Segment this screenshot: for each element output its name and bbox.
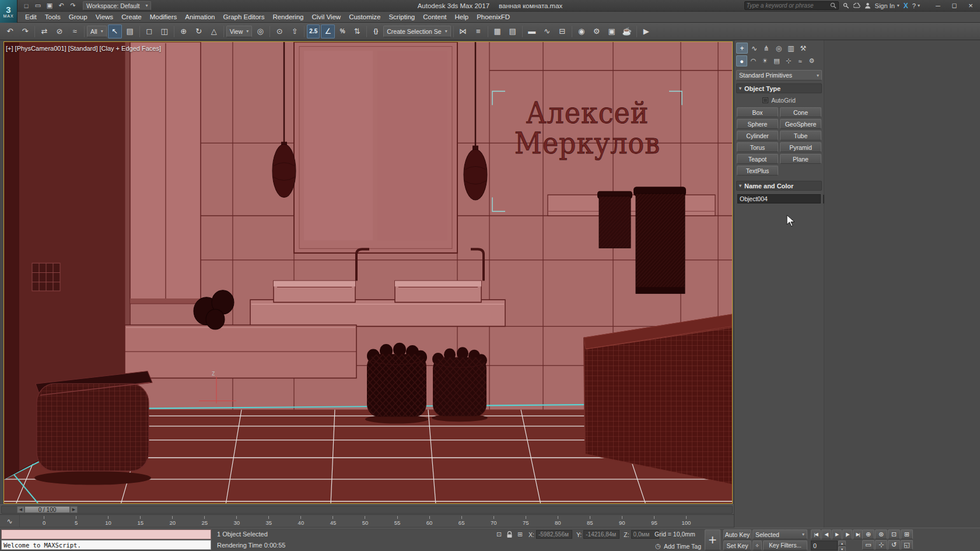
restore-button[interactable]: ◻ bbox=[946, 0, 963, 11]
tab-motion[interactable]: ◎ bbox=[773, 43, 785, 54]
help-menu[interactable]: ? ▾ bbox=[912, 2, 920, 9]
auto-key-button[interactable]: Auto Key bbox=[723, 529, 751, 539]
selection-filter-dropdown[interactable]: All ▾ bbox=[87, 26, 107, 37]
redo-qat-button[interactable]: ↷ bbox=[68, 1, 78, 10]
open-file-button[interactable]: ▭ bbox=[33, 1, 43, 10]
macro-recorder-field[interactable] bbox=[1, 529, 211, 539]
toggle-ribbon-button[interactable]: ▬ ▾ bbox=[525, 24, 539, 38]
set-keys-icon-button[interactable]: ✧ bbox=[752, 541, 762, 550]
play-button[interactable]: ▶ bbox=[832, 529, 842, 539]
select-and-link-button[interactable]: ⇄ ▾ bbox=[37, 24, 51, 38]
toggle-scene-explorer-button[interactable]: ▦ ▾ bbox=[491, 24, 505, 38]
curve-editor-button[interactable]: ∿ ▾ bbox=[540, 24, 554, 38]
object-type-button[interactable]: Plane bbox=[780, 154, 821, 164]
subtab-shapes[interactable]: ◠ bbox=[748, 55, 759, 66]
sign-in-dropdown[interactable]: Sign In ▾ bbox=[875, 2, 900, 9]
render-production-button[interactable]: ☕ ▾ bbox=[620, 24, 634, 38]
viewport-label[interactable]: [+] [PhysCamera001] [Standard] [Clay + E… bbox=[6, 45, 161, 52]
subtab-systems[interactable]: ⚙ bbox=[806, 55, 817, 66]
timeline-tick[interactable]: 30 bbox=[220, 515, 253, 527]
object-type-button[interactable]: Box bbox=[737, 107, 778, 117]
zoom-all-button[interactable]: ⊛ bbox=[875, 529, 887, 539]
time-slider-label[interactable]: 0 / 100 bbox=[24, 506, 70, 513]
zoom-region-button[interactable]: ▭ bbox=[862, 540, 874, 550]
subtab-helpers[interactable]: ⊹ bbox=[783, 55, 794, 66]
object-type-button[interactable]: GeoSphere bbox=[780, 119, 821, 129]
rectangular-selection-button[interactable]: ◻ ▾ bbox=[142, 24, 156, 38]
animation-set-dropdown[interactable]: Selected ▾ bbox=[752, 529, 807, 539]
primitive-category-dropdown[interactable]: Standard Primitives ▾ bbox=[736, 70, 822, 80]
frame-spin-up-button[interactable]: ▴ bbox=[838, 541, 846, 546]
menu-item[interactable]: Modifiers bbox=[146, 12, 181, 23]
menu-item[interactable]: Rendering bbox=[268, 12, 307, 23]
material-editor-button[interactable]: ◉ ▾ bbox=[575, 24, 589, 38]
bind-to-space-warp-button[interactable]: ≈ ▾ bbox=[68, 24, 82, 38]
help-search-box[interactable] bbox=[744, 1, 839, 10]
isolate-selection-icon[interactable]: ⊡ bbox=[495, 530, 503, 539]
save-file-button[interactable]: ▣ bbox=[44, 1, 55, 10]
maximize-viewport-toggle[interactable]: ◱ bbox=[901, 540, 913, 550]
current-frame-field[interactable] bbox=[811, 541, 838, 550]
key-filters-button[interactable]: Key Filters... bbox=[763, 541, 807, 550]
menu-item[interactable]: Views bbox=[92, 12, 117, 23]
previous-frame-button[interactable]: ◀| bbox=[821, 529, 831, 539]
orbit-button[interactable]: ↺ bbox=[888, 540, 900, 550]
snaps-toggle[interactable]: 2.5 ▾ bbox=[307, 24, 320, 38]
menu-item[interactable]: Tools bbox=[41, 12, 65, 23]
next-frame-button[interactable]: |▶ bbox=[842, 529, 852, 539]
autogrid-checkbox[interactable] bbox=[762, 97, 768, 103]
time-slider-track[interactable]: ◀ 0 / 100 ▶ bbox=[1, 506, 733, 514]
edit-named-selection-sets-button[interactable]: {} ▾ bbox=[369, 24, 382, 38]
menu-item[interactable]: Group bbox=[65, 12, 92, 23]
menu-item[interactable]: Content bbox=[419, 12, 450, 23]
minimize-button[interactable]: ─ bbox=[930, 0, 946, 11]
render-setup-button[interactable]: ⚙ ▾ bbox=[590, 24, 604, 38]
maxscript-listener-field[interactable]: Welcome to MAXScript. bbox=[1, 540, 211, 550]
timeline-tick[interactable]: 35 bbox=[253, 515, 285, 527]
menu-item[interactable]: Scripting bbox=[384, 12, 419, 23]
toggle-layer-explorer-button[interactable]: ▤ ▾ bbox=[506, 24, 520, 38]
object-type-button[interactable]: Tube bbox=[780, 131, 821, 141]
zoom-button[interactable]: ⊕ bbox=[862, 529, 874, 539]
timeline-tick[interactable]: 15 bbox=[124, 515, 156, 527]
undo-button[interactable]: ↶ ▾ bbox=[3, 24, 17, 38]
go-to-end-button[interactable]: ▶| bbox=[853, 529, 863, 539]
scene-text[interactable]: Алексей Меркулов bbox=[514, 96, 660, 160]
knowledge-search-icon[interactable] bbox=[843, 2, 849, 9]
previous-frame-arrow[interactable]: ◀ bbox=[17, 506, 24, 513]
object-type-button[interactable]: Sphere bbox=[737, 119, 778, 129]
object-type-button[interactable]: Pyramid bbox=[780, 142, 821, 152]
align-button[interactable]: ≡ ▾ bbox=[471, 24, 485, 38]
timeline-tick[interactable]: 10 bbox=[92, 515, 124, 527]
menu-item[interactable]: Civil View bbox=[307, 12, 345, 23]
percent-snap-toggle[interactable]: % ▾ bbox=[336, 24, 349, 38]
tab-hierarchy[interactable]: ⋔ bbox=[761, 43, 772, 54]
pan-button[interactable]: ⊹ bbox=[875, 540, 887, 550]
select-by-name-button[interactable]: ▤ ▾ bbox=[123, 24, 137, 38]
tab-utilities[interactable]: ⚒ bbox=[797, 43, 809, 54]
object-type-button[interactable]: Torus bbox=[737, 142, 778, 152]
timeline-tick[interactable]: 50 bbox=[349, 515, 381, 527]
zoom-extents-button[interactable]: ⊡ bbox=[888, 529, 900, 539]
tab-modify[interactable]: ∿ bbox=[748, 43, 760, 54]
object-type-button[interactable]: TextPlus bbox=[737, 166, 778, 176]
create-new-workspace-plus-button[interactable]: + bbox=[705, 529, 720, 550]
rendered-frame-window-button[interactable]: ▣ ▾ bbox=[605, 24, 619, 38]
new-scene-button[interactable]: □ bbox=[21, 1, 32, 10]
timeline-tick[interactable]: 45 bbox=[317, 515, 349, 527]
menu-item[interactable]: Graph Editors bbox=[219, 12, 268, 23]
object-type-button[interactable]: Teapot bbox=[737, 154, 778, 164]
y-coordinate-field[interactable] bbox=[583, 530, 620, 539]
set-key-button[interactable]: Set Key bbox=[723, 541, 751, 550]
select-and-rotate-button[interactable]: ↻ ▾ bbox=[192, 24, 206, 38]
add-time-tag[interactable]: ◷ Add Time Tag bbox=[654, 542, 701, 550]
subtab-space-warps[interactable]: ≈ bbox=[794, 55, 806, 66]
x-coordinate-field[interactable] bbox=[536, 530, 572, 539]
select-object-button[interactable]: ↖ ▾ bbox=[108, 24, 122, 38]
mirror-button[interactable]: ⋈ ▾ bbox=[456, 24, 470, 38]
viewport-perspective[interactable]: [+] [PhysCamera001] [Standard] [Clay + E… bbox=[4, 41, 733, 504]
timeline-tick[interactable]: 95 bbox=[638, 515, 670, 527]
spinner-snap-toggle[interactable]: ⇅ ▾ bbox=[350, 24, 364, 38]
timeline-tick[interactable]: 75 bbox=[510, 515, 542, 527]
absolute-offset-toggle-icon[interactable]: ⊞ bbox=[516, 530, 524, 539]
